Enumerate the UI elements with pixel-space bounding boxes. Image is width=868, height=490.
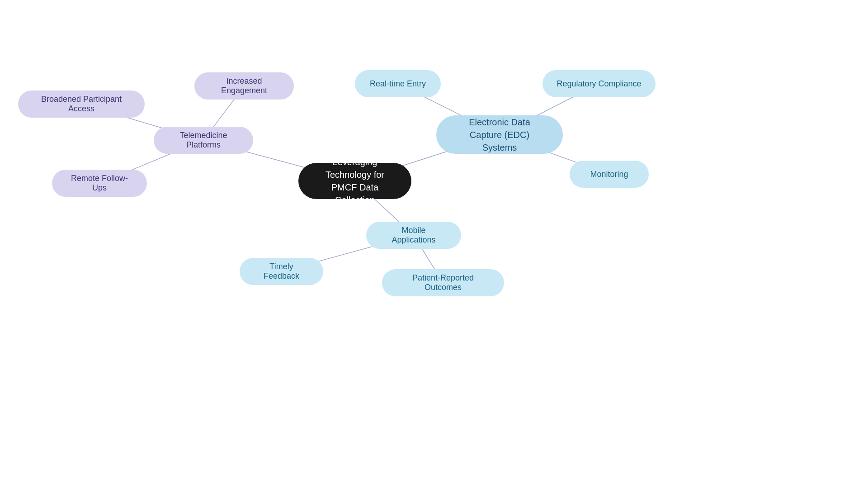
- monitoring-node[interactable]: Monitoring: [570, 161, 649, 188]
- center-node[interactable]: Leveraging Technology for PMCF Data Coll…: [298, 163, 411, 199]
- realtime-entry-node[interactable]: Real-time Entry: [355, 70, 441, 97]
- remote-followups-node[interactable]: Remote Follow-Ups: [52, 170, 147, 197]
- realtime-entry-label: Real-time Entry: [370, 79, 426, 89]
- broadened-access-label: Broadened Participant Access: [31, 95, 132, 114]
- edc-node[interactable]: Electronic Data Capture (EDC) Systems: [436, 115, 563, 154]
- remote-followups-label: Remote Follow-Ups: [65, 174, 134, 193]
- regulatory-node[interactable]: Regulatory Compliance: [542, 70, 656, 97]
- monitoring-label: Monitoring: [590, 170, 628, 179]
- broadened-access-node[interactable]: Broadened Participant Access: [18, 90, 145, 118]
- edc-label: Electronic Data Capture (EDC) Systems: [453, 116, 547, 154]
- timely-feedback-node[interactable]: Timely Feedback: [240, 258, 323, 285]
- mobile-apps-label: Mobile Applications: [379, 226, 448, 245]
- center-label: Leveraging Technology for PMCF Data Coll…: [312, 156, 398, 206]
- increased-engagement-label: Increased Engagement: [207, 76, 281, 95]
- mobile-apps-node[interactable]: Mobile Applications: [366, 222, 461, 249]
- telemedicine-label: Telemedicine Platforms: [166, 131, 241, 150]
- increased-engagement-node[interactable]: Increased Engagement: [194, 72, 294, 100]
- timely-feedback-label: Timely Feedback: [252, 262, 311, 281]
- regulatory-label: Regulatory Compliance: [557, 79, 641, 89]
- telemedicine-node[interactable]: Telemedicine Platforms: [154, 127, 253, 154]
- patient-reported-label: Patient-Reported Outcomes: [395, 273, 491, 292]
- patient-reported-node[interactable]: Patient-Reported Outcomes: [382, 269, 504, 296]
